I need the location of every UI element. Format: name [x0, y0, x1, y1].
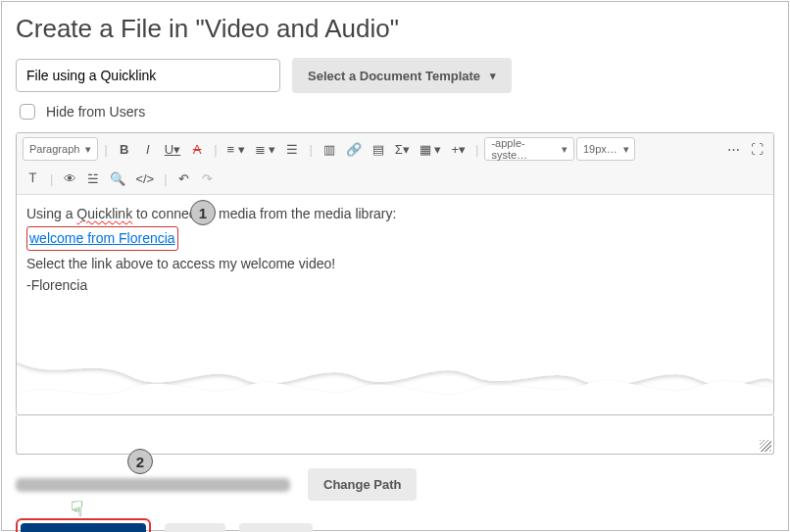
- more-icon[interactable]: ⋯: [722, 137, 744, 161]
- content-line-3: Select the link above to access my welco…: [26, 253, 764, 274]
- save-button[interactable]: Save: [165, 523, 225, 532]
- rich-text-editor: Paragraph▾ | B I U ▾ A | ≡ ▾ ≣ ▾ ☰ | ▥ 🔗…: [16, 132, 774, 415]
- word-count-icon[interactable]: ☱: [82, 167, 104, 190]
- accessibility-icon[interactable]: 👁: [59, 167, 80, 190]
- hide-from-users-row[interactable]: Hide from Users: [16, 101, 774, 122]
- quicklink-icon[interactable]: 🔗: [342, 137, 366, 161]
- preview-icon[interactable]: 🔍: [106, 167, 129, 190]
- align-icon[interactable]: ≡ ▾: [223, 137, 249, 161]
- cursor-hand-icon: ☟: [71, 497, 83, 522]
- paragraph-style-select[interactable]: Paragraph▾: [23, 137, 98, 161]
- font-size-select[interactable]: 19px…▾: [576, 137, 635, 161]
- media-quicklink[interactable]: welcome from Florencia: [26, 226, 178, 250]
- resize-handle[interactable]: [760, 440, 771, 452]
- source-code-icon[interactable]: </>: [131, 167, 158, 190]
- torn-paper-divider: [17, 352, 773, 411]
- table-icon[interactable]: ▦ ▾: [416, 137, 446, 161]
- plus-icon[interactable]: + ▾: [447, 137, 469, 161]
- page-title: Create a File in "Video and Audio": [16, 14, 774, 44]
- spellcheck-word: Quicklink: [76, 206, 132, 221]
- content-line-1: Using a Quicklink to connect to media fr…: [26, 203, 764, 224]
- undo-icon[interactable]: ↶: [173, 167, 195, 190]
- editor-content[interactable]: Using a Quicklink to connect to media fr…: [17, 195, 773, 352]
- redo-icon[interactable]: ↷: [197, 167, 219, 190]
- select-template-label: Select a Document Template: [308, 69, 480, 83]
- callout-2: 2: [127, 449, 153, 474]
- callout-1: 1: [190, 200, 216, 225]
- bold-icon[interactable]: B: [114, 137, 135, 161]
- list-icon[interactable]: ≣ ▾: [251, 137, 280, 161]
- content-path: [16, 478, 290, 492]
- font-family-select[interactable]: -apple-syste…▾: [484, 137, 574, 161]
- hide-checkbox[interactable]: [20, 104, 35, 120]
- fullscreen-icon[interactable]: ⛶: [746, 137, 767, 161]
- cancel-button[interactable]: Cancel: [239, 523, 313, 532]
- save-close-highlight: Save and Close: [16, 518, 151, 532]
- equation-icon[interactable]: Σ ▾: [391, 137, 414, 161]
- chevron-down-icon: ▾: [490, 70, 496, 82]
- content-line-4: -Florencia: [26, 274, 764, 296]
- image-icon[interactable]: ▤: [368, 137, 389, 161]
- change-path-button[interactable]: Change Path: [308, 468, 417, 501]
- editor-lower-area: [16, 415, 774, 455]
- underline-icon[interactable]: U ▾: [161, 137, 184, 161]
- indent-icon[interactable]: ☰: [281, 137, 303, 161]
- insert-stuff-icon[interactable]: ▥: [319, 137, 340, 161]
- text-color-icon[interactable]: A: [186, 137, 208, 161]
- editor-toolbar: Paragraph▾ | B I U ▾ A | ≡ ▾ ≣ ▾ ☰ | ▥ 🔗…: [17, 133, 773, 195]
- format-painter-icon[interactable]: Ꭲ: [23, 167, 44, 190]
- italic-icon[interactable]: I: [137, 137, 159, 161]
- file-title-input[interactable]: [16, 59, 280, 92]
- save-and-close-button[interactable]: Save and Close: [21, 523, 146, 532]
- select-template-button[interactable]: Select a Document Template ▾: [292, 58, 512, 93]
- hide-label: Hide from Users: [46, 104, 145, 120]
